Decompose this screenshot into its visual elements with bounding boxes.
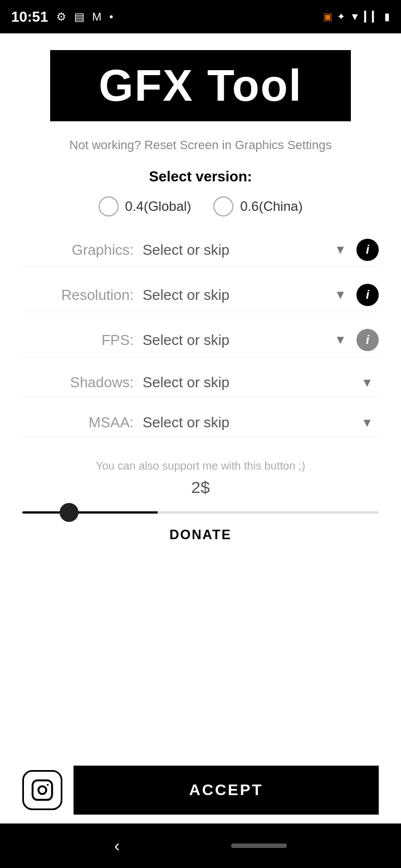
- fps-arrow-icon: ▼: [334, 333, 346, 347]
- settings-icon: ⚙: [56, 10, 66, 23]
- battery-icon: ▮: [384, 11, 390, 23]
- bottom-area: ACCEPT: [0, 757, 401, 823]
- wifi-icon: ▼: [350, 11, 360, 23]
- app-logo: GFX Tool: [99, 61, 302, 110]
- shadows-row: Shadows: Select or skip ▼: [22, 374, 379, 397]
- svg-rect-0: [33, 781, 52, 800]
- version-option-china[interactable]: 0.6(China): [213, 196, 302, 216]
- shadows-value: Select or skip: [143, 374, 229, 391]
- status-bar-left: 10:51 ⚙ ▤ M •: [11, 8, 113, 26]
- resolution-dropdown[interactable]: Select or skip ▼: [143, 287, 352, 304]
- msaa-arrow-icon: ▼: [361, 416, 373, 430]
- fps-dropdown[interactable]: Select or skip ▼: [143, 332, 352, 349]
- radio-global[interactable]: [99, 196, 119, 216]
- graphics-value: Select or skip: [143, 241, 229, 259]
- resolution-row: Resolution: Select or skip ▼ i: [22, 284, 379, 312]
- svg-point-2: [47, 784, 49, 786]
- cast-icon: ▣: [323, 11, 332, 23]
- graphics-row: Graphics: Select or skip ▼ i: [22, 239, 379, 267]
- instagram-button[interactable]: [22, 770, 62, 810]
- message-icon: ▤: [74, 10, 85, 23]
- version-section-title: Select version:: [149, 168, 252, 185]
- radio-china[interactable]: [213, 196, 233, 216]
- donate-slider[interactable]: [22, 511, 379, 514]
- nav-bar: ‹: [0, 823, 401, 868]
- status-time: 10:51: [11, 8, 48, 26]
- donate-button[interactable]: DONATE: [153, 521, 248, 548]
- instagram-icon: [31, 778, 54, 802]
- msaa-row: MSAA: Select or skip ▼: [22, 414, 379, 437]
- shadows-dropdown[interactable]: Select or skip ▼: [143, 374, 379, 391]
- resolution-info-icon[interactable]: i: [356, 284, 379, 306]
- graphics-label: Graphics:: [22, 241, 134, 259]
- fps-info-icon[interactable]: i: [356, 329, 379, 351]
- fps-label: FPS:: [22, 332, 134, 349]
- version-row: 0.4(Global) 0.6(China): [99, 196, 303, 216]
- msaa-dropdown[interactable]: Select or skip ▼: [143, 414, 379, 431]
- resolution-value: Select or skip: [143, 287, 229, 304]
- graphics-arrow-icon: ▼: [334, 243, 346, 257]
- main-content: GFX Tool Not working? Reset Screen in Gr…: [0, 33, 401, 757]
- accept-button[interactable]: ACCEPT: [74, 766, 379, 815]
- donate-hint: You can also support me with this button…: [96, 460, 305, 472]
- msaa-value: Select or skip: [143, 414, 229, 431]
- graphics-dropdown[interactable]: Select or skip ▼: [143, 241, 352, 259]
- notification-dot: •: [109, 11, 113, 23]
- signal-icon: ▎▎: [364, 11, 380, 23]
- status-bar: 10:51 ⚙ ▤ M • ▣ ✦ ▼ ▎▎ ▮: [0, 0, 401, 33]
- back-button[interactable]: ‹: [114, 836, 120, 855]
- version-label-china: 0.6(China): [240, 199, 302, 214]
- subtitle-text: Not working? Reset Screen in Graphics Se…: [70, 138, 332, 152]
- fps-value: Select or skip: [143, 332, 229, 349]
- version-label-global: 0.4(Global): [125, 199, 192, 214]
- msaa-label: MSAA:: [22, 414, 134, 431]
- resolution-label: Resolution:: [22, 287, 134, 304]
- gmail-icon: M: [92, 11, 102, 23]
- donate-section: You can also support me with this button…: [22, 460, 379, 554]
- fps-row: FPS: Select or skip ▼ i: [22, 329, 379, 357]
- resolution-arrow-icon: ▼: [334, 288, 346, 302]
- version-option-global[interactable]: 0.4(Global): [99, 196, 192, 216]
- shadows-arrow-icon: ▼: [361, 376, 373, 390]
- donate-amount: 2$: [191, 478, 209, 497]
- bluetooth-icon: ✦: [337, 11, 345, 23]
- status-bar-right: ▣ ✦ ▼ ▎▎ ▮: [323, 11, 390, 23]
- logo-container: GFX Tool: [50, 50, 351, 121]
- svg-point-1: [38, 786, 46, 794]
- shadows-label: Shadows:: [22, 374, 134, 391]
- home-pill[interactable]: [231, 844, 287, 848]
- graphics-info-icon[interactable]: i: [356, 239, 379, 261]
